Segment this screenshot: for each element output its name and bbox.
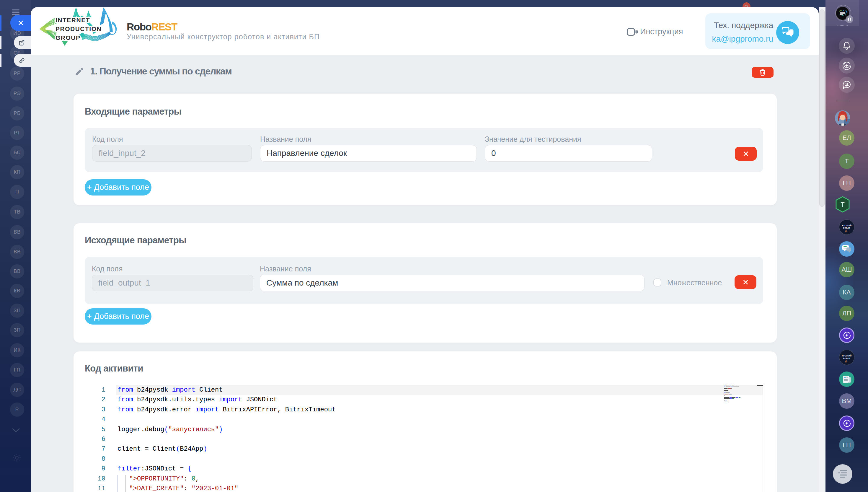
svg-text:PRODUCTION: PRODUCTION [55,25,102,32]
svg-text:T: T [841,201,844,208]
svg-text:РУССКИЙ: РУССКИЙ [842,224,851,226]
svg-text:GROUP: GROUP [55,34,81,41]
svg-text:РОБОТ: РОБОТ [843,357,850,360]
svg-text:РУССКИЙ: РУССКИЙ [842,354,851,357]
svg-text:INTERNET: INTERNET [55,17,90,23]
svg-text:РОБОТ: РОБОТ [843,227,850,229]
